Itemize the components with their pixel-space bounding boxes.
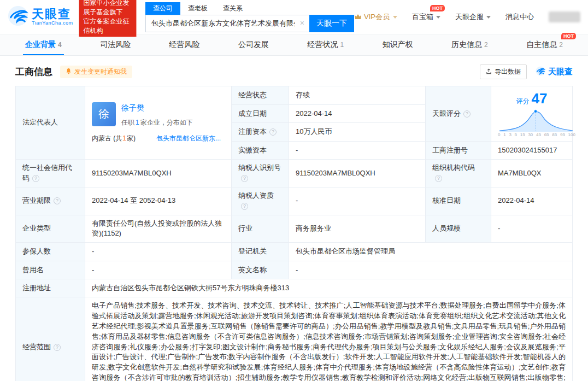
tianyancha-logo[interactable]: 天眼查 TianYanCha.com <box>8 5 73 28</box>
field-label-industry: 行业 <box>232 215 289 243</box>
legal-rep-avatar[interactable]: 徐 <box>92 102 116 126</box>
tab-label: 公司发展 <box>238 40 269 49</box>
help-icon[interactable]: ? <box>241 203 248 210</box>
message-center-link[interactable]: 消息中心 <box>505 12 534 22</box>
field-label-english-name: 英文名称 <box>232 261 289 279</box>
region-text: 内蒙古 (共1家) <box>92 134 136 143</box>
tab-operating-status[interactable]: 经营状况1 <box>305 34 346 55</box>
field-label-taxpayer-id: 纳税人识别号? <box>232 160 289 187</box>
business-info-section: 工商信息 发生变更时通知我 导出数据 天眼查 <box>0 56 588 381</box>
section-header: 工商信息 发生变更时通知我 导出数据 天眼查 <box>15 65 573 79</box>
search-button[interactable]: 天眼一下 <box>309 15 354 32</box>
field-value-credit-code: 91150203MA7MBL0QXH <box>85 160 232 187</box>
help-icon[interactable]: ? <box>54 344 61 351</box>
message-center-label: 消息中心 <box>505 12 534 22</box>
region-count: 1 <box>122 134 127 142</box>
export-icon <box>486 68 492 76</box>
change-notify-label: 发生变更时通知我 <box>74 67 127 77</box>
business-info-table: 法定代表人 徐 徐子樊 任职1家企业，分布如下 <box>15 86 573 381</box>
field-value-company-type: 有限责任公司(自然人投资或控股的法人独资)(1152) <box>85 215 232 243</box>
field-value-english-name: - <box>289 261 573 279</box>
field-value-former-name: - <box>85 261 232 279</box>
top-header: 天眼查 TianYanCha.com 国家中小企业发展子基金旗下 官方备案企业征… <box>0 0 588 34</box>
tab-company-background[interactable]: 企业背景4 <box>23 34 64 55</box>
field-label-approval-date: 核准日期 <box>426 187 491 215</box>
clear-search-icon[interactable]: × <box>300 19 304 27</box>
tab-label: 自主信息 <box>526 40 557 49</box>
enterprise-service-link[interactable]: 天眼企服 <box>455 12 491 22</box>
field-value-biz-scope: 电子产品销售;技术服务、技术开发、技术咨询、技术交流、技术转让、技术推广;人工智… <box>85 297 573 381</box>
treasure-box-link[interactable]: HOT 百宝箱 <box>412 12 440 22</box>
change-notify-badge[interactable]: 发生变更时通知我 <box>60 66 132 78</box>
bell-icon <box>66 68 72 76</box>
score-axis: 0135153045658595100 <box>498 132 575 138</box>
section-title: 工商信息 <box>15 66 52 78</box>
tianyancha-watermark-icon <box>536 66 545 78</box>
field-label-est-date: 成立日期 <box>232 104 289 123</box>
export-data-button[interactable]: 导出数据 <box>480 65 527 79</box>
tab-judicial-risk[interactable]: 司法风险 <box>98 34 133 55</box>
tab-count: 4 <box>58 41 62 49</box>
help-icon[interactable]: ? <box>463 110 471 118</box>
field-label-reg-number: 工商注册号 <box>426 142 491 160</box>
tab-self-info[interactable]: 自主信息2 HOT <box>524 34 565 55</box>
tab-intellectual-property[interactable]: 知识产权 <box>380 34 415 55</box>
field-label-biz-term: 营业期限? <box>16 187 85 215</box>
field-value-staff-size: - <box>491 215 573 243</box>
field-value-insured-count: - <box>85 243 232 261</box>
search-tab-relation[interactable]: 查关系 <box>215 2 250 15</box>
help-icon[interactable]: ? <box>269 128 277 136</box>
field-value-taxpayer-qual: - <box>289 187 426 215</box>
help-icon[interactable]: ? <box>32 175 39 182</box>
logo-text: 天眼查 <box>32 8 73 21</box>
hot-badge: HOT <box>430 5 445 11</box>
field-value-status: 存续 <box>289 86 426 105</box>
field-label-staff-size: 人员规模 <box>426 215 491 243</box>
tab-label: 经营风险 <box>169 40 200 49</box>
certification-badge: 国家中小企业发展子基金旗下 官方备案企业征信机构 <box>79 0 137 37</box>
field-label-legal-rep: 法定代表人 <box>16 86 85 160</box>
field-label-company-type: 企业类型 <box>16 215 85 243</box>
company-section-tabs: 企业背景4 司法风险 经营风险 公司发展 经营状况1 知识产权 历史信息2 自主… <box>0 34 588 56</box>
search-area: 查公司 查老板 查关系 × 天眼一下 <box>145 2 354 32</box>
help-icon[interactable]: ? <box>241 175 248 182</box>
field-label-former-name: 曾用名 <box>16 261 85 279</box>
field-value-paid-capital: - <box>289 142 426 160</box>
tab-label: 企业背景 <box>25 40 56 49</box>
tab-company-development[interactable]: 公司发展 <box>236 34 271 55</box>
chevron-down-icon <box>436 16 440 19</box>
export-data-label: 导出数据 <box>495 67 521 77</box>
tab-count: 2 <box>559 41 563 49</box>
tab-history-info[interactable]: 历史信息2 <box>449 34 490 55</box>
tab-label: 司法风险 <box>100 40 131 49</box>
field-value-reg-number: 150203024155017 <box>491 142 573 160</box>
hot-badge: HOT <box>561 33 576 39</box>
field-value-reg-capital: 10万人民币 <box>289 123 426 142</box>
treasure-box-label: 百宝箱 <box>412 12 433 22</box>
score-value: 47 <box>532 90 548 107</box>
legal-rep-tenure: 任职1家企业，分布如下 <box>121 118 193 127</box>
field-label-insured-count: 参保人数 <box>16 243 85 261</box>
search-tab-boss[interactable]: 查老板 <box>180 2 215 15</box>
field-label-taxpayer-qual: 纳税人资质? <box>232 187 289 215</box>
tab-count: 2 <box>484 41 488 49</box>
page: 天眼查 TianYanCha.com 国家中小企业发展子基金旗下 官方备案企业征… <box>0 0 588 381</box>
region-company-link[interactable]: 包头市昆都仑区新东... <box>156 134 221 143</box>
field-value-industry: 商务服务业 <box>289 215 426 243</box>
certification-badge-line1: 国家中小企业发展子基金旗下 <box>84 0 132 17</box>
user-account-blurred[interactable] <box>549 11 580 22</box>
help-icon[interactable]: ? <box>435 175 442 182</box>
vip-member-link[interactable]: VIP会员 <box>354 12 397 22</box>
search-tab-company[interactable]: 查公司 <box>145 2 180 15</box>
section-tools: 导出数据 天眼查 <box>480 65 573 79</box>
legal-rep-name-link[interactable]: 徐子樊 <box>121 102 193 113</box>
help-icon[interactable]: ? <box>54 197 61 204</box>
search-tabs: 查公司 查老板 查关系 <box>145 2 354 15</box>
field-label-reg-address: 注册地址 <box>16 279 85 297</box>
score-distribution-curve <box>498 108 574 132</box>
tianyan-score-panel[interactable]: 评分47 0135153045658595100 <box>491 86 573 142</box>
search-input[interactable] <box>145 15 309 32</box>
field-label-paid-capital: 实缴资本 <box>232 142 289 160</box>
field-label-reg-capital: 注册资本? <box>232 123 289 142</box>
tab-operating-risk[interactable]: 经营风险 <box>167 34 202 55</box>
